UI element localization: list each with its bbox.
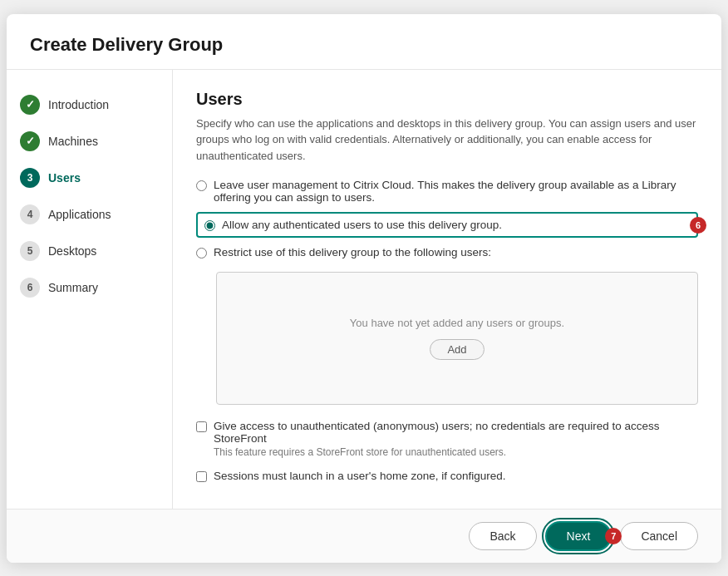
sidebar-item-machines[interactable]: Machines	[7, 123, 172, 160]
next-button-wrapper: Next 7	[545, 521, 612, 551]
back-button[interactable]: Back	[469, 522, 536, 550]
checkbox-unauthenticated-sublabel: This feature requires a StoreFront store…	[214, 446, 698, 458]
step-badge-users: 3	[20, 168, 40, 188]
checkbox-option-home-zone[interactable]: Sessions must launch in a user's home zo…	[196, 470, 698, 482]
radio-leave-management[interactable]	[196, 180, 207, 191]
sidebar-item-applications[interactable]: 4 Applications	[7, 196, 172, 233]
main-content: Users Specify who can use the applicatio…	[173, 70, 721, 509]
cancel-button[interactable]: Cancel	[620, 522, 698, 550]
users-box-empty-text: You have not yet added any users or grou…	[350, 317, 564, 329]
sidebar-label-desktops: Desktops	[48, 244, 96, 258]
badge-7: 7	[605, 528, 622, 544]
step-badge-introduction	[20, 95, 40, 115]
dialog-body: Introduction Machines 3 Users 4 Applicat…	[7, 70, 721, 509]
step-badge-summary: 6	[20, 278, 40, 298]
radio-option-allow-authenticated-wrapper: Allow any authenticated users to use thi…	[196, 212, 698, 238]
sidebar: Introduction Machines 3 Users 4 Applicat…	[7, 70, 173, 509]
radio-option-restrict-use[interactable]: Restrict use of this delivery group to t…	[196, 246, 698, 258]
sidebar-item-introduction[interactable]: Introduction	[7, 86, 172, 123]
checkbox-home-zone-label: Sessions must launch in a user's home zo…	[214, 470, 506, 482]
sidebar-item-summary[interactable]: 6 Summary	[7, 269, 172, 306]
sidebar-label-summary: Summary	[48, 281, 98, 294]
checkbox-home-zone-text: Sessions must launch in a user's home zo…	[214, 470, 506, 482]
dialog-footer: Back Next 7 Cancel	[7, 509, 721, 563]
section-desc: Specify who can use the applications and…	[196, 116, 698, 165]
users-box: You have not yet added any users or grou…	[216, 272, 698, 405]
step-badge-applications: 4	[20, 204, 40, 224]
step-badge-machines	[20, 131, 40, 151]
checkbox-group: Give access to unauthenticated (anonymou…	[196, 420, 698, 482]
radio-option-allow-authenticated[interactable]: Allow any authenticated users to use thi…	[196, 212, 698, 238]
sidebar-item-users[interactable]: 3 Users	[7, 160, 172, 196]
sidebar-label-users: Users	[48, 171, 81, 185]
sidebar-item-desktops[interactable]: 5 Desktops	[7, 233, 172, 269]
checkmark-icon-machines	[26, 135, 35, 147]
section-title: Users	[196, 90, 698, 109]
checkbox-option-unauthenticated[interactable]: Give access to unauthenticated (anonymou…	[196, 420, 698, 458]
step-badge-desktops: 5	[20, 241, 40, 261]
sidebar-label-applications: Applications	[48, 208, 111, 221]
checkbox-unauthenticated[interactable]	[196, 421, 207, 432]
radio-restrict-use-label[interactable]: Restrict use of this delivery group to t…	[214, 246, 491, 258]
sidebar-label-introduction: Introduction	[48, 98, 109, 111]
checkmark-icon	[26, 98, 35, 111]
create-delivery-group-dialog: Create Delivery Group Introduction Machi…	[7, 14, 721, 563]
next-button[interactable]: Next	[545, 521, 612, 551]
add-users-button[interactable]: Add	[430, 339, 484, 360]
radio-allow-authenticated[interactable]	[204, 220, 215, 231]
radio-allow-authenticated-label[interactable]: Allow any authenticated users to use thi…	[222, 219, 502, 231]
radio-leave-management-label[interactable]: Leave user management to Citrix Cloud. T…	[214, 179, 698, 204]
checkbox-home-zone[interactable]	[196, 471, 207, 482]
radio-option-leave-management[interactable]: Leave user management to Citrix Cloud. T…	[196, 179, 698, 204]
radio-group: Leave user management to Citrix Cloud. T…	[196, 179, 698, 258]
checkbox-unauthenticated-label: Give access to unauthenticated (anonymou…	[214, 420, 698, 445]
dialog-title: Create Delivery Group	[7, 14, 721, 70]
checkbox-unauthenticated-text: Give access to unauthenticated (anonymou…	[214, 420, 698, 458]
radio-restrict-use[interactable]	[196, 248, 207, 258]
badge-6: 6	[690, 217, 706, 234]
sidebar-label-machines: Machines	[48, 135, 98, 148]
